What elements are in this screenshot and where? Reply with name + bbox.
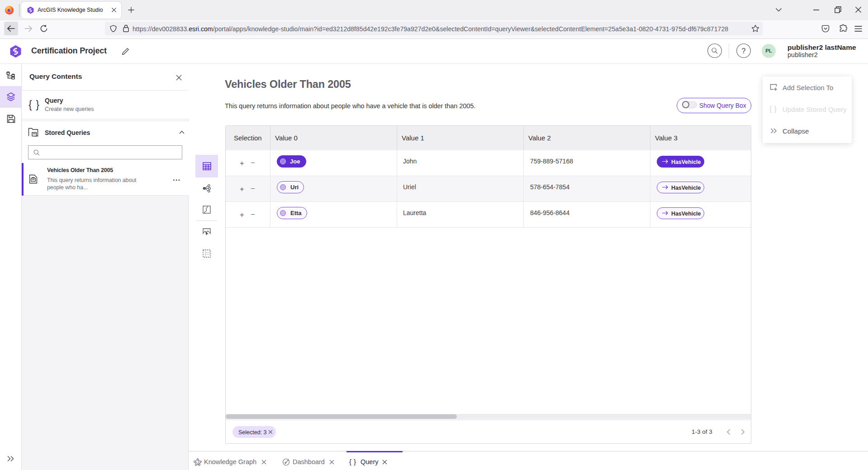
svg-text:?: ? <box>742 47 746 55</box>
